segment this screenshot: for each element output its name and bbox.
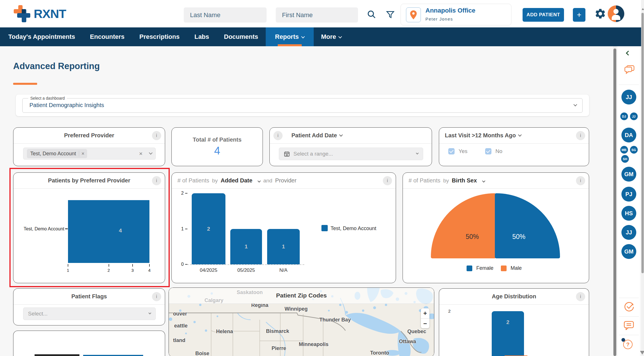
clear-icon[interactable]: ×: [139, 150, 143, 157]
map-zoom-in-button[interactable]: +: [421, 308, 429, 318]
chart-title: Patients by Preferred Provider: [13, 177, 165, 184]
y-axis-tick-label: 2: [445, 309, 451, 313]
chevron-down-icon[interactable]: [518, 133, 522, 137]
last-visit-options: YesNo: [448, 148, 502, 154]
widget-last-visit: Last Visit >12 Months Ago i YesNo: [439, 127, 589, 166]
age-bar: 2: [492, 311, 524, 356]
office-selector[interactable]: Annapolis Office Peter Jones: [401, 4, 511, 25]
chat-bubbles-icon[interactable]: [624, 65, 635, 75]
collapse-sidebar-chevron-icon[interactable]: [626, 51, 631, 56]
map-zoom-out-button[interactable]: −: [421, 319, 429, 328]
chevron-down-icon: [149, 311, 151, 314]
contact-avatar-mb[interactable]: MB: [620, 146, 628, 154]
info-icon[interactable]: i: [152, 131, 161, 140]
last-name-input[interactable]: [184, 7, 267, 23]
contact-avatar-sg[interactable]: SG: [630, 146, 638, 154]
gear-icon[interactable]: [594, 8, 606, 20]
checkbox-yes-checked[interactable]: [448, 148, 455, 154]
info-icon[interactable]: i: [273, 131, 283, 140]
slice-label-male: 50%: [466, 233, 479, 240]
brand-name: RXNT: [34, 7, 66, 21]
nav-item-more[interactable]: More: [314, 27, 349, 46]
nav-item-encounters[interactable]: Encounters: [83, 27, 132, 46]
contact-avatar-jj[interactable]: JJ: [621, 90, 636, 104]
checkbox-no-checked[interactable]: [485, 148, 491, 154]
help-icon[interactable]: ?: [623, 340, 633, 350]
title-accent-bar: [13, 83, 37, 85]
map-city-label: ouver: [173, 311, 187, 317]
provider-chip[interactable]: Test, Demo Account ×: [27, 149, 87, 158]
scroll-up-arrow[interactable]: [642, 8, 644, 10]
y-tick-label: 2: [174, 191, 184, 196]
first-name-input[interactable]: [276, 7, 358, 23]
dimension-selector[interactable]: Birth Sex: [452, 177, 477, 184]
x-category-label: N/A: [279, 267, 287, 273]
location-pin-icon: [409, 10, 418, 20]
nav-item-documents[interactable]: Documents: [217, 27, 266, 46]
info-icon[interactable]: i: [152, 176, 161, 185]
quick-add-button[interactable]: +: [573, 8, 585, 22]
check-circle-icon[interactable]: [624, 302, 634, 312]
map-title: Patient Zip Codes: [169, 292, 434, 299]
patient-flags-select[interactable]: Select...: [23, 307, 156, 320]
contact-avatar-sh[interactable]: SH: [621, 155, 629, 163]
nav-item-today-s-appointments[interactable]: Today's Appointments: [1, 27, 83, 46]
info-icon[interactable]: i: [152, 292, 161, 301]
window-scrollbar-thumb[interactable]: [641, 13, 644, 273]
chart-title: # of Patients by Birth Sex: [409, 177, 485, 184]
info-icon[interactable]: i: [576, 176, 585, 185]
dashboard-select-label: Select a dashboard: [28, 96, 67, 100]
widget-title: Preferred Provider: [13, 132, 165, 139]
x-axis-baseline: [187, 264, 304, 265]
chart-title: # of Patients by Added Date and Provider: [177, 177, 297, 184]
map-city-label: Winnipeg: [285, 306, 308, 312]
bar-value-label: 2: [492, 319, 524, 325]
info-icon[interactable]: i: [576, 292, 585, 301]
nav-item-prescriptions[interactable]: Prescriptions: [132, 27, 187, 46]
message-icon[interactable]: [624, 321, 634, 330]
info-icon[interactable]: i: [383, 176, 392, 185]
info-icon[interactable]: i: [576, 131, 585, 140]
widget-partially-visible: [13, 331, 165, 356]
chevron-down-icon[interactable]: [258, 179, 261, 182]
widget-preferred-provider: Preferred Provider i Test, Demo Account …: [13, 127, 165, 166]
contact-avatar-jj[interactable]: JJ: [621, 225, 636, 240]
nav-item-reports[interactable]: Reports: [266, 27, 314, 46]
page-title: Advanced Reporting: [13, 61, 100, 71]
contact-avatar-gm[interactable]: GM: [621, 167, 636, 182]
widget-patient-zip-codes[interactable]: SaskatoonCalgaryReginaWinnipegThunder Ba…: [169, 287, 434, 356]
chip-remove-icon[interactable]: ×: [81, 151, 87, 157]
y-tick-label: 1: [174, 226, 184, 232]
office-name: Annapolis Office: [425, 7, 475, 14]
x-tick-label: 4: [148, 268, 151, 273]
contact-avatar-dj[interactable]: DJ: [620, 112, 628, 120]
widget-age-distribution: Age Distribution i 2 2: [439, 288, 589, 356]
search-icon[interactable]: [367, 9, 376, 19]
add-patient-button[interactable]: ADD PATIENT: [523, 8, 564, 22]
contact-avatar-list: JJDJJJDAMBSGSHGMPJHSJJGM: [617, 87, 640, 259]
contact-avatar-jj[interactable]: JJ: [630, 112, 638, 120]
chevron-down-icon: [338, 35, 342, 38]
y-axis-category-label: Test, Demo Account: [16, 226, 64, 232]
nav-item-labs[interactable]: Labs: [187, 27, 216, 46]
user-avatar[interactable]: [608, 5, 624, 22]
map-city-label: tland: [173, 337, 185, 343]
x-tick-label: 1: [67, 268, 69, 273]
legend-swatch-male: [501, 266, 507, 271]
preferred-provider-select[interactable]: Test, Demo Account × ×: [23, 148, 156, 160]
sidebar-divider: [619, 298, 639, 298]
date-range-select[interactable]: Select a range...: [279, 148, 423, 160]
dashboard-select[interactable]: Select a dashboard Patient Demographic I…: [22, 98, 583, 113]
chevron-down-icon[interactable]: [339, 133, 343, 137]
chevron-down-icon[interactable]: [482, 179, 485, 182]
contact-avatar-gm[interactable]: GM: [621, 244, 636, 259]
scroll-down-arrow[interactable]: [640, 351, 644, 355]
filter-icon[interactable]: [386, 10, 395, 19]
contact-avatar-pj[interactable]: PJ: [621, 187, 636, 202]
map-city-label: Bismarck: [266, 328, 289, 334]
contact-avatar-hs[interactable]: HS: [621, 206, 636, 221]
sidebar-divider: [619, 85, 639, 85]
content-scrollbar-thumb[interactable]: [613, 49, 616, 356]
contact-avatar-da[interactable]: DA: [621, 128, 636, 142]
dimension-selector[interactable]: Added Date: [221, 177, 252, 184]
